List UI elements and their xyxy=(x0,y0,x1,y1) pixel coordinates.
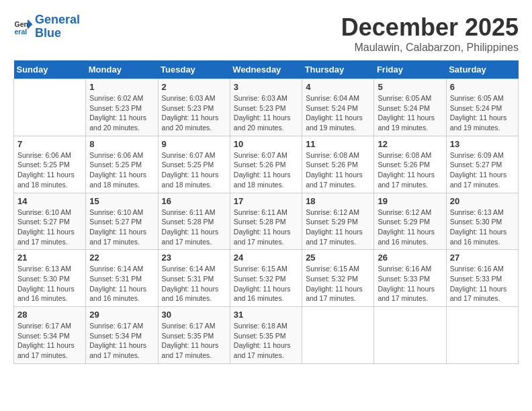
day-number: 23 xyxy=(162,253,226,263)
day-number: 5 xyxy=(378,82,442,92)
calendar-cell xyxy=(14,79,86,136)
day-info: Sunrise: 6:05 AMSunset: 5:24 PMDaylight:… xyxy=(450,93,515,133)
calendar-cell: 16Sunrise: 6:11 AMSunset: 5:28 PMDayligh… xyxy=(158,193,230,250)
day-number: 21 xyxy=(17,253,82,263)
day-header-monday: Monday xyxy=(86,60,158,79)
calendar-cell: 19Sunrise: 6:12 AMSunset: 5:29 PMDayligh… xyxy=(374,193,446,250)
calendar-cell xyxy=(302,307,374,364)
day-info: Sunrise: 6:14 AMSunset: 5:31 PMDaylight:… xyxy=(162,264,226,304)
day-number: 26 xyxy=(378,253,442,263)
calendar-cell: 11Sunrise: 6:08 AMSunset: 5:26 PMDayligh… xyxy=(302,136,374,193)
calendar-cell: 14Sunrise: 6:10 AMSunset: 5:27 PMDayligh… xyxy=(14,193,86,250)
day-number: 16 xyxy=(162,196,226,206)
day-number: 22 xyxy=(89,253,154,263)
title-block: December 2025 Maulawin, Calabarzon, Phil… xyxy=(341,13,519,54)
logo-text-line2: Blue xyxy=(35,27,80,40)
day-number: 17 xyxy=(234,196,298,206)
day-info: Sunrise: 6:17 AMSunset: 5:34 PMDaylight:… xyxy=(89,321,154,361)
calendar-cell xyxy=(446,307,518,364)
day-number: 20 xyxy=(450,196,515,206)
calendar-cell: 5Sunrise: 6:05 AMSunset: 5:24 PMDaylight… xyxy=(374,79,446,136)
calendar-cell: 31Sunrise: 6:18 AMSunset: 5:35 PMDayligh… xyxy=(230,307,302,364)
day-number: 30 xyxy=(162,310,226,320)
day-number: 6 xyxy=(450,82,515,92)
week-row-3: 14Sunrise: 6:10 AMSunset: 5:27 PMDayligh… xyxy=(14,193,519,250)
logo: Gen eral General Blue xyxy=(13,13,80,40)
calendar-cell: 9Sunrise: 6:07 AMSunset: 5:25 PMDaylight… xyxy=(158,136,230,193)
day-number: 18 xyxy=(306,196,370,206)
calendar-cell: 8Sunrise: 6:06 AMSunset: 5:25 PMDaylight… xyxy=(86,136,158,193)
calendar-cell: 2Sunrise: 6:03 AMSunset: 5:23 PMDaylight… xyxy=(158,79,230,136)
day-header-sunday: Sunday xyxy=(14,60,86,79)
day-number: 12 xyxy=(378,139,442,149)
day-number: 29 xyxy=(89,310,154,320)
day-header-friday: Friday xyxy=(374,60,446,79)
calendar-table: SundayMondayTuesdayWednesdayThursdayFrid… xyxy=(13,60,519,364)
day-info: Sunrise: 6:08 AMSunset: 5:26 PMDaylight:… xyxy=(378,150,442,190)
day-info: Sunrise: 6:16 AMSunset: 5:33 PMDaylight:… xyxy=(378,264,442,304)
calendar-cell: 25Sunrise: 6:15 AMSunset: 5:32 PMDayligh… xyxy=(302,250,374,307)
day-number: 27 xyxy=(450,253,515,263)
day-info: Sunrise: 6:08 AMSunset: 5:26 PMDaylight:… xyxy=(306,150,370,190)
day-info: Sunrise: 6:17 AMSunset: 5:34 PMDaylight:… xyxy=(17,321,82,361)
day-info: Sunrise: 6:07 AMSunset: 5:26 PMDaylight:… xyxy=(234,150,298,190)
day-info: Sunrise: 6:15 AMSunset: 5:32 PMDaylight:… xyxy=(234,264,298,304)
day-number: 10 xyxy=(234,139,298,149)
logo-text-line1: General xyxy=(35,13,80,27)
day-number: 11 xyxy=(306,139,370,149)
day-number: 15 xyxy=(89,196,154,206)
day-info: Sunrise: 6:16 AMSunset: 5:33 PMDaylight:… xyxy=(450,264,515,304)
svg-marker-2 xyxy=(28,19,33,30)
calendar-cell: 27Sunrise: 6:16 AMSunset: 5:33 PMDayligh… xyxy=(446,250,518,307)
day-number: 31 xyxy=(234,310,298,320)
calendar-cell: 15Sunrise: 6:10 AMSunset: 5:27 PMDayligh… xyxy=(86,193,158,250)
svg-text:eral: eral xyxy=(15,27,28,35)
calendar-cell: 30Sunrise: 6:17 AMSunset: 5:35 PMDayligh… xyxy=(158,307,230,364)
day-info: Sunrise: 6:06 AMSunset: 5:25 PMDaylight:… xyxy=(89,150,154,190)
calendar-cell xyxy=(374,307,446,364)
week-row-1: 1Sunrise: 6:02 AMSunset: 5:23 PMDaylight… xyxy=(14,79,519,136)
day-info: Sunrise: 6:11 AMSunset: 5:28 PMDaylight:… xyxy=(234,208,298,247)
day-number: 8 xyxy=(89,139,154,149)
day-number: 14 xyxy=(17,196,82,206)
calendar-cell: 4Sunrise: 6:04 AMSunset: 5:24 PMDaylight… xyxy=(302,79,374,136)
calendar-cell: 26Sunrise: 6:16 AMSunset: 5:33 PMDayligh… xyxy=(374,250,446,307)
day-header-wednesday: Wednesday xyxy=(230,60,302,79)
calendar-cell: 24Sunrise: 6:15 AMSunset: 5:32 PMDayligh… xyxy=(230,250,302,307)
day-info: Sunrise: 6:10 AMSunset: 5:27 PMDaylight:… xyxy=(17,208,82,247)
day-info: Sunrise: 6:13 AMSunset: 5:30 PMDaylight:… xyxy=(450,208,515,247)
day-info: Sunrise: 6:17 AMSunset: 5:35 PMDaylight:… xyxy=(162,321,226,361)
day-number: 2 xyxy=(162,82,226,92)
calendar-cell: 18Sunrise: 6:12 AMSunset: 5:29 PMDayligh… xyxy=(302,193,374,250)
calendar-cell: 7Sunrise: 6:06 AMSunset: 5:25 PMDaylight… xyxy=(14,136,86,193)
calendar-cell: 28Sunrise: 6:17 AMSunset: 5:34 PMDayligh… xyxy=(14,307,86,364)
day-number: 28 xyxy=(17,310,82,320)
calendar-cell: 1Sunrise: 6:02 AMSunset: 5:23 PMDaylight… xyxy=(86,79,158,136)
day-number: 25 xyxy=(306,253,370,263)
day-number: 3 xyxy=(234,82,298,92)
day-header-saturday: Saturday xyxy=(446,60,518,79)
calendar-cell: 17Sunrise: 6:11 AMSunset: 5:28 PMDayligh… xyxy=(230,193,302,250)
day-info: Sunrise: 6:12 AMSunset: 5:29 PMDaylight:… xyxy=(378,208,442,247)
header: Gen eral General Blue December 2025 Maul… xyxy=(13,13,519,54)
calendar-cell: 20Sunrise: 6:13 AMSunset: 5:30 PMDayligh… xyxy=(446,193,518,250)
calendar-cell: 22Sunrise: 6:14 AMSunset: 5:31 PMDayligh… xyxy=(86,250,158,307)
calendar-cell: 10Sunrise: 6:07 AMSunset: 5:26 PMDayligh… xyxy=(230,136,302,193)
day-info: Sunrise: 6:05 AMSunset: 5:24 PMDaylight:… xyxy=(378,93,442,133)
calendar-cell: 23Sunrise: 6:14 AMSunset: 5:31 PMDayligh… xyxy=(158,250,230,307)
calendar-cell: 12Sunrise: 6:08 AMSunset: 5:26 PMDayligh… xyxy=(374,136,446,193)
location-subtitle: Maulawin, Calabarzon, Philippines xyxy=(341,42,519,54)
day-number: 1 xyxy=(89,82,154,92)
day-number: 7 xyxy=(17,139,82,149)
day-info: Sunrise: 6:04 AMSunset: 5:24 PMDaylight:… xyxy=(306,93,370,133)
week-row-2: 7Sunrise: 6:06 AMSunset: 5:25 PMDaylight… xyxy=(14,136,519,193)
day-header-thursday: Thursday xyxy=(302,60,374,79)
logo-icon: Gen eral xyxy=(13,17,34,37)
day-info: Sunrise: 6:13 AMSunset: 5:30 PMDaylight:… xyxy=(17,264,82,304)
day-number: 13 xyxy=(450,139,515,149)
day-info: Sunrise: 6:09 AMSunset: 5:27 PMDaylight:… xyxy=(450,150,515,190)
day-info: Sunrise: 6:12 AMSunset: 5:29 PMDaylight:… xyxy=(306,208,370,247)
week-row-5: 28Sunrise: 6:17 AMSunset: 5:34 PMDayligh… xyxy=(14,307,519,364)
day-info: Sunrise: 6:06 AMSunset: 5:25 PMDaylight:… xyxy=(17,150,82,190)
month-title: December 2025 xyxy=(341,13,519,42)
